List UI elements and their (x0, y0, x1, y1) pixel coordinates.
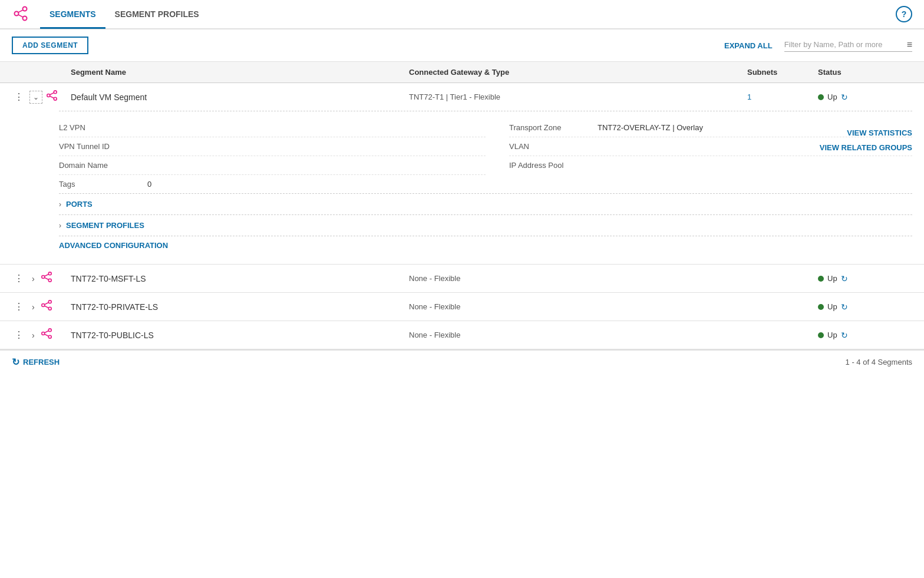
svg-point-16 (48, 300, 51, 303)
svg-line-4 (18, 15, 23, 17)
col-header-gateway: Connected Gateway & Type (409, 68, 747, 77)
status-dot-1 (818, 94, 824, 100)
app-logo (12, 5, 31, 24)
row-actions-2: ⋮ › (12, 270, 71, 286)
status-cell-3: Up ↻ (818, 302, 912, 312)
table-row: ⋮ › TNT72-T0-PUBLIC-LS None - Flexible (0, 321, 924, 349)
gateway-type-3: None - Flexible (409, 302, 747, 311)
detail-label-vpntunnel: VPN Tunnel ID (59, 142, 136, 151)
segment-share-icon-3 (41, 300, 52, 313)
tab-segment-profiles[interactable]: SEGMENT PROFILES (105, 1, 209, 29)
row-main-2[interactable]: ⋮ › TNT72-T0-MSFT-LS None - Flexible (0, 265, 924, 292)
col-header-status: Status (818, 68, 912, 77)
table-header: Segment Name Connected Gateway & Type Su… (0, 62, 924, 83)
segment-profiles-section[interactable]: › SEGMENT PROFILES (59, 214, 912, 236)
col-header-actions (12, 68, 71, 77)
col-header-name: Segment Name (71, 68, 409, 77)
segment-share-icon-4 (41, 328, 52, 342)
row-menu-icon[interactable]: ⋮ (12, 89, 26, 105)
svg-point-7 (54, 97, 57, 100)
status-dot-4 (818, 332, 824, 338)
pagination-info: 1 - 4 of 4 Segments (846, 358, 912, 366)
row-refresh-icon-3[interactable]: ↻ (841, 302, 848, 312)
row-expanded-1: L2 VPN VPN Tunnel ID Domain Name Tags 0 (0, 111, 924, 264)
table-row: ⋮ › TNT72-T0-MSFT-LS None - Flexible (0, 265, 924, 293)
gateway-type-2: None - Flexible (409, 274, 747, 283)
segment-profiles-title: SEGMENT PROFILES (66, 221, 144, 230)
svg-point-0 (15, 11, 19, 15)
svg-line-18 (44, 303, 48, 305)
svg-point-5 (47, 94, 50, 97)
detail-label-domain: Domain Name (59, 161, 136, 170)
row-collapse-icon[interactable]: ⌄ (29, 91, 42, 104)
status-cell-4: Up ↻ (818, 331, 912, 340)
advanced-config-link[interactable]: ADVANCED CONFIGURATION (59, 236, 912, 255)
subnets-count-1[interactable]: 1 (747, 93, 818, 101)
ports-section[interactable]: › PORTS (59, 193, 912, 214)
filter-icon[interactable]: ≡ (907, 39, 912, 50)
detail-value-tags: 0 (147, 180, 151, 189)
row-menu-icon-4[interactable]: ⋮ (12, 327, 26, 343)
svg-point-2 (23, 16, 27, 20)
status-text-3: Up (827, 302, 837, 311)
row-menu-icon-3[interactable]: ⋮ (12, 299, 26, 315)
ports-title: PORTS (66, 200, 93, 209)
row-expand-icon-4[interactable]: › (29, 328, 37, 342)
status-dot-3 (818, 304, 824, 310)
svg-point-22 (48, 335, 51, 338)
table-row: ⋮ › TNT72-T0-PRIVATE-LS None - Flexible (0, 293, 924, 321)
expanded-grid: L2 VPN VPN Tunnel ID Domain Name Tags 0 (59, 111, 912, 193)
row-refresh-icon-4[interactable]: ↻ (841, 331, 848, 340)
status-dot-2 (818, 276, 824, 282)
svg-line-24 (44, 334, 48, 336)
row-menu-icon-2[interactable]: ⋮ (12, 270, 26, 286)
row-main-3[interactable]: ⋮ › TNT72-T0-PRIVATE-LS None - Flexible (0, 293, 924, 321)
add-segment-button[interactable]: ADD SEGMENT (12, 37, 88, 54)
col-header-subnets: Subnets (747, 68, 818, 77)
row-main-4[interactable]: ⋮ › TNT72-T0-PUBLIC-LS None - Flexible (0, 321, 924, 349)
row-refresh-icon-2[interactable]: ↻ (841, 274, 848, 283)
bottom-bar: ↻ REFRESH 1 - 4 of 4 Segments (0, 350, 924, 374)
status-text-4: Up (827, 331, 837, 339)
gateway-type-4: None - Flexible (409, 331, 747, 339)
svg-point-6 (54, 91, 57, 94)
row-main-1[interactable]: ⋮ ⌄ Default VM Segment TNT72-T1 | Tier1 … (0, 83, 924, 111)
row-expand-icon-2[interactable]: › (29, 272, 37, 286)
top-navigation: SEGMENTS SEGMENT PROFILES ? (0, 0, 924, 29)
row-expand-icon-3[interactable]: › (29, 300, 37, 314)
svg-point-17 (48, 307, 51, 310)
ports-chevron-icon: › (59, 200, 61, 209)
svg-line-9 (50, 96, 54, 98)
tab-segments[interactable]: SEGMENTS (40, 1, 105, 29)
refresh-button[interactable]: ↻ REFRESH (12, 356, 60, 368)
segment-name-4: TNT72-T0-PUBLIC-LS (71, 331, 409, 340)
view-statistics-link[interactable]: VIEW STATISTICS (847, 128, 912, 137)
expand-all-button[interactable]: EXPAND ALL (724, 41, 773, 50)
svg-line-3 (18, 10, 23, 12)
svg-point-11 (48, 272, 51, 275)
refresh-btn-icon: ↻ (12, 356, 19, 368)
svg-line-8 (50, 93, 54, 95)
toolbar: ADD SEGMENT EXPAND ALL ≡ (0, 29, 924, 62)
svg-point-1 (23, 6, 27, 11)
svg-line-23 (44, 331, 48, 333)
svg-point-21 (48, 329, 51, 332)
row-refresh-icon-1[interactable]: ↻ (841, 93, 848, 102)
svg-line-13 (44, 275, 48, 276)
detail-tags: Tags 0 (59, 175, 486, 193)
detail-col-left: L2 VPN VPN Tunnel ID Domain Name Tags 0 (59, 118, 486, 193)
svg-line-19 (44, 306, 48, 308)
detail-domain: Domain Name (59, 156, 486, 175)
svg-point-15 (41, 304, 44, 307)
segment-share-icon-2 (41, 272, 52, 285)
help-button[interactable]: ? (896, 6, 912, 22)
row-actions-1: ⋮ ⌄ (12, 89, 71, 105)
svg-line-14 (44, 278, 48, 279)
detail-label-tags: Tags (59, 180, 136, 189)
view-related-groups-link[interactable]: VIEW RELATED GROUPS (820, 143, 912, 152)
segment-name-3: TNT72-T0-PRIVATE-LS (71, 302, 409, 312)
filter-input[interactable] (784, 40, 902, 49)
status-cell-2: Up ↻ (818, 274, 912, 283)
filter-container: ≡ (784, 39, 912, 52)
row-actions-4: ⋮ › (12, 327, 71, 343)
